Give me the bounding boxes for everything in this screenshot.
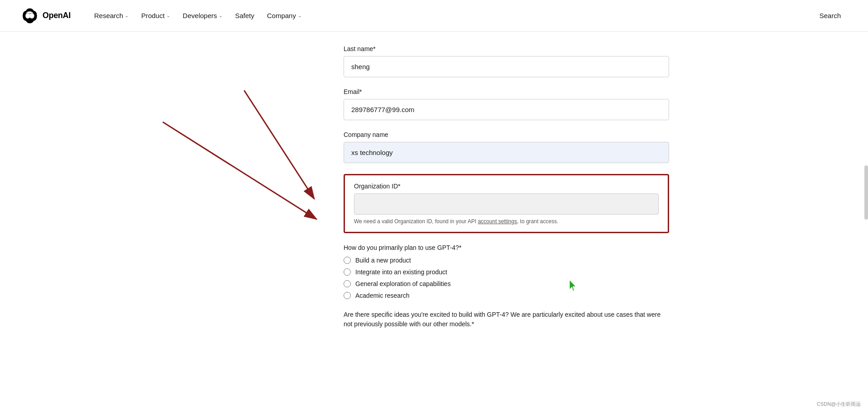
org-input-wrapper [354, 193, 659, 215]
radio-input-integrate[interactable] [344, 268, 351, 276]
org-id-input[interactable] [354, 193, 659, 215]
radio-integrate[interactable]: Integrate into an existing product [344, 268, 669, 276]
nav-developers-label: Developers [183, 12, 217, 19]
org-hint-text: We need a valid Organization ID, found i… [354, 218, 659, 225]
radio-label-build-product: Build a new product [355, 257, 411, 264]
navbar: OpenAI Research ⌄ Product ⌄ Developers ⌄… [0, 0, 868, 32]
nav-developers-chevron: ⌄ [219, 13, 222, 18]
nav-item-company[interactable]: Company ⌄ [262, 8, 307, 23]
radio-build-product[interactable]: Build a new product [344, 257, 669, 264]
scrollbar[interactable] [864, 165, 868, 220]
gpt4-question-group: How do you primarily plan to use GPT-4?*… [344, 244, 669, 299]
account-settings-link[interactable]: account settings [478, 218, 517, 225]
email-input[interactable] [344, 99, 669, 120]
nav-item-product[interactable]: Product ⌄ [136, 8, 175, 23]
svg-line-1 [244, 90, 314, 199]
radio-group-gpt4: Build a new product Integrate into an ex… [344, 257, 669, 299]
form-section: Last name* Email* Company name Organizat… [335, 45, 678, 386]
radio-input-build-product[interactable] [344, 257, 351, 264]
radio-exploration[interactable]: General exploration of capabilities [344, 280, 669, 287]
last-name-group: Last name* [344, 45, 669, 77]
org-id-wrapper: Organization ID* We need a valid Organiz… [344, 174, 669, 233]
bottom-question: Are there specific ideas you're excited … [344, 310, 669, 329]
watermark: CSDN@小生听雨远 [814, 400, 863, 408]
last-name-input[interactable] [344, 56, 669, 77]
radio-input-academic[interactable] [344, 292, 351, 299]
email-label: Email* [344, 88, 669, 95]
nav-product-chevron: ⌄ [166, 13, 170, 18]
openai-logo-icon [22, 8, 38, 24]
nav-research-label: Research [94, 12, 123, 19]
last-name-label: Last name* [344, 45, 669, 52]
radio-label-exploration: General exploration of capabilities [355, 280, 451, 287]
company-name-group: Company name [344, 131, 669, 163]
email-group: Email* [344, 88, 669, 120]
main-content: Last name* Email* Company name Organizat… [0, 32, 868, 413]
nav-research-chevron: ⌄ [125, 13, 128, 18]
nav-links: Research ⌄ Product ⌄ Developers ⌄ Safety… [89, 8, 307, 23]
nav-safety-label: Safety [235, 12, 255, 19]
org-id-label: Organization ID* [354, 183, 659, 190]
radio-academic[interactable]: Academic research [344, 292, 669, 299]
nav-company-chevron: ⌄ [298, 13, 302, 18]
radio-label-integrate: Integrate into an existing product [355, 268, 447, 276]
radio-label-academic: Academic research [355, 292, 410, 299]
nav-item-developers[interactable]: Developers ⌄ [177, 8, 228, 23]
search-button[interactable]: Search [814, 8, 846, 23]
svg-line-2 [163, 122, 316, 219]
company-name-input[interactable] [344, 142, 669, 163]
company-name-label: Company name [344, 131, 669, 138]
gpt4-question: How do you primarily plan to use GPT-4?* [344, 244, 669, 251]
nav-item-research[interactable]: Research ⌄ [89, 8, 134, 23]
radio-input-exploration[interactable] [344, 280, 351, 287]
nav-company-label: Company [267, 12, 296, 19]
nav-product-label: Product [141, 12, 165, 19]
logo-text: OpenAI [42, 11, 71, 20]
logo-link[interactable]: OpenAI [22, 8, 71, 24]
nav-item-safety[interactable]: Safety [230, 8, 260, 23]
